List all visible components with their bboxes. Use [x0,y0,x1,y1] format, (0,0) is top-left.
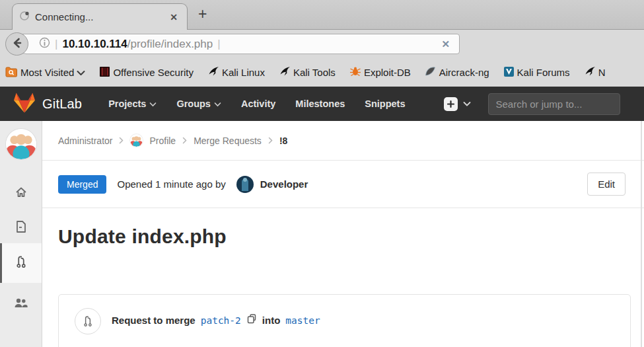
breadcrumb-project[interactable]: Profile [149,135,176,146]
antenna-dish-icon [425,66,437,79]
chevron-right-icon [119,135,124,146]
target-branch-link[interactable]: master [285,315,320,326]
nav-label: Activity [241,98,275,109]
author-name[interactable]: Developer [260,178,308,190]
kali-dragon-icon [207,66,219,79]
chevron-down-icon [463,98,471,110]
bookmark-label: Offensive Security [113,67,193,78]
info-icon[interactable] [39,37,50,51]
home-icon [15,186,28,202]
file-icon [15,220,27,236]
bug-icon [349,66,361,79]
offensive-security-icon [99,66,110,79]
new-tab-button[interactable]: + [198,5,207,23]
breadcrumb: Administrator Profile [42,121,644,161]
nav-activity[interactable]: Activity [241,98,275,109]
nav-label: Snippets [365,98,405,109]
kali-dragon-icon [584,66,596,79]
merge-request-summary: Request to merge patch-2 into master [112,313,320,327]
mr-status-row: Merged Opened 1 minute ago by Developer … [42,161,644,208]
bookmark-label: Kali Linux [222,67,265,78]
bookmark-label: Kali Forums [517,67,570,78]
breadcrumb-mr-ref[interactable]: !8 [279,135,287,146]
url-separator: | [217,38,220,51]
main-panel: Administrator Profile [42,121,644,347]
bookmark-label: Exploit-DB [364,67,411,78]
bookmark-aircrack-ng[interactable]: Aircrack-ng [425,66,489,79]
bookmark-exploit-db[interactable]: Exploit-DB [349,66,411,79]
sidebar-item-home[interactable] [0,179,42,208]
browser-tab-bar: Connecting... ✕ + [0,0,644,29]
nav-label: Projects [108,98,146,109]
bookmark-label: Aircrack-ng [439,67,489,78]
sidebar-item-merge-requests[interactable] [0,243,42,283]
url-bar[interactable]: | 10.10.10.114 /profile/index.php | ✕ [16,34,460,54]
nav-milestones[interactable]: Milestones [295,98,345,109]
tab-close-icon[interactable]: ✕ [167,11,180,24]
browser-tab[interactable]: Connecting... ✕ [12,3,188,30]
into-text: into [262,315,281,326]
folder-search-icon [5,66,18,79]
edit-button[interactable]: Edit [587,173,626,196]
nav-snippets[interactable]: Snippets [365,98,405,109]
project-avatar-small [130,134,143,147]
copy-icon[interactable] [246,313,257,327]
request-prefix: Request to merge [112,315,196,326]
source-branch-link[interactable]: patch-2 [201,315,241,326]
gitlab-search-input[interactable] [496,98,608,110]
bookmark-label: Most Visited [20,67,74,78]
url-path: /profile/index.php [127,38,213,51]
bookmark-kali-linux[interactable]: Kali Linux [207,66,265,79]
gitlab-navbar: GitLab Projects Groups Activity Mileston… [0,87,644,121]
sidebar-item-members[interactable] [0,289,42,319]
bookmark-kali-forums[interactable]: Kali Forums [503,66,570,79]
nav-groups[interactable]: Groups [176,98,221,109]
bookmark-most-visited[interactable]: Most Visited [5,66,85,79]
new-menu-button[interactable] [444,97,471,111]
author-avatar[interactable] [236,176,254,193]
bookmark-offensive-security[interactable]: Offensive Security [99,66,193,79]
url-separator: | [55,38,57,51]
clear-url-icon[interactable]: ✕ [437,38,454,50]
gitlab-tanuki-icon [13,92,36,116]
plus-icon [444,97,458,111]
forum-icon [503,66,515,79]
sidebar-item-repository[interactable] [0,213,42,243]
gitlab-search-box[interactable] [488,93,620,115]
nav-label: Milestones [295,98,345,109]
members-icon [14,297,28,311]
back-arrow-icon [11,37,23,52]
nav-projects[interactable]: Projects [108,98,157,109]
kali-dragon-icon [279,66,291,79]
breadcrumb-administrator[interactable]: Administrator [58,135,112,146]
url-host: 10.10.10.114 [62,38,127,51]
tab-title: Connecting... [35,11,167,22]
gitlab-brand-name: GitLab [42,96,82,112]
chevron-down-icon [214,98,221,109]
page-content: Administrator Profile [0,121,644,347]
merge-request-icon [15,254,28,272]
bookmark-kali-tools[interactable]: Kali Tools [279,66,336,79]
bookmark-label: Kali Tools [293,67,336,78]
bookmarks-bar: Most Visited Offensive Security Kali Lin… [0,58,644,87]
browser-toolbar: | 10.10.10.114 /profile/index.php | ✕ [0,29,644,58]
opened-text: Opened 1 minute ago by [117,178,225,190]
mr-title: Update index.php [58,225,626,254]
loading-spinner-icon [19,11,30,24]
mr-widget-box: Request to merge patch-2 into master [58,294,631,347]
bookmark-label: N [598,67,606,78]
breadcrumb-merge-requests[interactable]: Merge Requests [194,135,262,146]
bookmark-nethunter[interactable]: N [584,66,606,79]
chevron-down-icon [77,67,85,78]
project-avatar[interactable] [6,129,36,159]
nav-label: Groups [176,98,211,109]
page-scrollbar[interactable] [641,121,642,347]
merge-request-icon [75,308,101,334]
back-button[interactable] [5,32,28,56]
chevron-right-icon [268,135,273,146]
status-badge: Merged [58,175,106,194]
chevron-down-icon [149,98,157,109]
project-sidebar [0,121,42,347]
chevron-right-icon [182,135,187,146]
gitlab-logo[interactable]: GitLab [13,92,82,116]
